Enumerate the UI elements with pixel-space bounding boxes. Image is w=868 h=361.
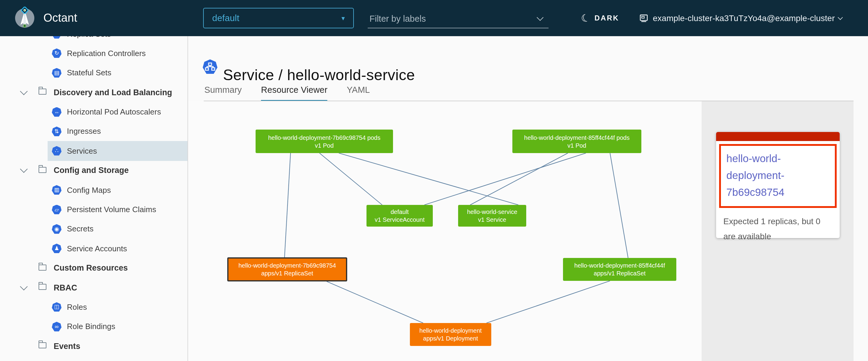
folder-icon xyxy=(38,284,46,290)
sidebar-item-roles[interactable]: ◫ Roles xyxy=(0,297,187,317)
service-account-icon: ♟ xyxy=(52,244,61,254)
caret-down-icon: ▾ xyxy=(341,8,345,28)
app-title: Octant xyxy=(43,0,77,36)
namespace-dropdown[interactable]: default ▾ xyxy=(203,8,354,28)
role-icon: ◫ xyxy=(52,302,61,312)
graph-edge xyxy=(284,153,290,257)
sidebar-item-horizontal-pod-autoscalers[interactable]: ⇔ Horizontal Pod Autoscalers xyxy=(0,102,187,122)
tab-yaml[interactable]: YAML xyxy=(347,85,370,102)
cluster-icon xyxy=(639,13,649,23)
dark-label: DARK xyxy=(595,14,619,22)
replica-warning-message: Expected 1 replicas, but 0 are available xyxy=(716,208,840,250)
node-detail-panel: hello-world-deployment-7b69c98754 Expect… xyxy=(702,101,854,361)
resource-viewer-graph[interactable]: hello-world-deployment-7b69c98754 pods v… xyxy=(188,101,702,361)
graph-node-serviceaccount-default[interactable]: default v1 ServiceAccount xyxy=(367,205,433,227)
config-map-icon: ▥ xyxy=(52,185,61,195)
sidebar-item-config-maps[interactable]: ▥ Config Maps xyxy=(0,180,187,200)
sidebar-group-events[interactable]: Events xyxy=(0,336,187,356)
moon-icon: ☾ xyxy=(580,11,592,25)
selected-resource-link[interactable]: hello-world-deployment-7b69c98754 xyxy=(726,150,830,201)
alert-border-box: hello-world-deployment-7b69c98754 xyxy=(719,144,837,208)
filter-placeholder: Filter by labels xyxy=(368,10,549,27)
stateful-set-icon: ▤ xyxy=(52,68,61,78)
selected-node-card: hello-world-deployment-7b69c98754 Expect… xyxy=(716,132,840,238)
graph-node-replicaset-85ff4cf44f[interactable]: hello-world-deployment-85ff4cf44f apps/v… xyxy=(563,258,676,281)
cluster-context-label: example-cluster-ka3TuTzYo4a@example-clus… xyxy=(653,13,835,23)
chevron-down-icon[interactable] xyxy=(20,165,27,173)
dark-theme-toggle[interactable]: ☾ DARK xyxy=(581,0,619,36)
ingress-icon: ⇅ xyxy=(52,127,61,136)
alert-status-bar xyxy=(716,132,840,141)
header-bar: Octant default ▾ Filter by labels ☾ DARK… xyxy=(0,0,868,36)
sidebar-item-services[interactable]: ∴ Services xyxy=(0,141,187,161)
tab-summary[interactable]: Summary xyxy=(204,85,242,102)
page-title: Service / hello-world-service xyxy=(223,66,415,84)
sidebar-item-ingresses[interactable]: ⇅ Ingresses xyxy=(0,122,187,141)
sidebar-group-discovery-load-balancing[interactable]: Discovery and Load Balancing xyxy=(0,83,187,102)
sidebar-group-custom-resources[interactable]: Custom Resources xyxy=(0,258,187,278)
service-icon: ∴ xyxy=(52,146,61,156)
replica-set-icon: ⊞ xyxy=(52,36,61,39)
sidebar-item-replication-controllers[interactable]: ↻ Replication Controllers xyxy=(0,43,187,63)
graph-edge xyxy=(424,153,586,205)
graph-node-pod-7b69c98754[interactable]: hello-world-deployment-7b69c98754 pods v… xyxy=(255,130,393,153)
graph-edge xyxy=(339,153,518,205)
graph-edge xyxy=(487,281,610,323)
hpa-icon: ⇔ xyxy=(52,107,61,117)
octant-logo-icon xyxy=(13,7,36,30)
graph-edge xyxy=(470,153,568,205)
role-binding-icon: ∞ xyxy=(52,322,61,331)
sidebar-nav: ⊞ Replica Sets ↻ Replication Controllers… xyxy=(0,36,188,361)
sidebar-item-stateful-sets[interactable]: ▤ Stateful Sets xyxy=(0,63,187,83)
graph-node-service-hello-world[interactable]: hello-world-service v1 Service xyxy=(458,205,526,227)
namespace-value: default xyxy=(212,13,239,23)
chevron-down-icon[interactable] xyxy=(20,87,27,95)
filter-labels-input[interactable]: Filter by labels xyxy=(368,10,549,28)
tab-bar: Summary Resource Viewer YAML xyxy=(204,85,370,102)
service-icon xyxy=(203,59,218,74)
folder-icon xyxy=(38,89,46,95)
sidebar-item-replica-sets[interactable]: ⊞ Replica Sets xyxy=(0,36,187,43)
graph-node-deployment-hello-world[interactable]: hello-world-deployment apps/v1 Deploymen… xyxy=(410,323,491,346)
tab-resource-viewer[interactable]: Resource Viewer xyxy=(261,85,327,102)
chevron-down-icon xyxy=(838,15,843,20)
folder-icon xyxy=(38,342,46,349)
pvc-icon: ▱ xyxy=(52,205,61,214)
sidebar-item-service-accounts[interactable]: ♟ Service Accounts xyxy=(0,239,187,258)
graph-edge xyxy=(327,282,423,323)
sidebar-item-persistent-volume-claims[interactable]: ▱ Persistent Volume Claims xyxy=(0,200,187,219)
sidebar-item-secrets[interactable]: ◉ Secrets xyxy=(0,219,187,239)
sidebar-group-config-and-storage[interactable]: Config and Storage xyxy=(0,161,187,180)
graph-node-replicaset-7b69c98754[interactable]: hello-world-deployment-7b69c98754 apps/v… xyxy=(227,257,347,282)
sidebar-item-role-bindings[interactable]: ∞ Role Bindings xyxy=(0,317,187,336)
cluster-context-menu[interactable]: example-cluster-ka3TuTzYo4a@example-clus… xyxy=(639,0,842,36)
graph-edge xyxy=(610,153,628,258)
replication-controller-icon: ↻ xyxy=(52,48,61,58)
folder-icon xyxy=(38,167,46,173)
chevron-down-icon[interactable] xyxy=(20,282,27,290)
secret-icon: ◉ xyxy=(52,224,61,234)
graph-edge xyxy=(319,153,382,205)
sidebar-group-rbac[interactable]: RBAC xyxy=(0,278,187,297)
graph-node-pod-85ff4cf44f[interactable]: hello-world-deployment-85ff4cf44f pods v… xyxy=(513,130,641,153)
folder-icon xyxy=(38,264,46,270)
